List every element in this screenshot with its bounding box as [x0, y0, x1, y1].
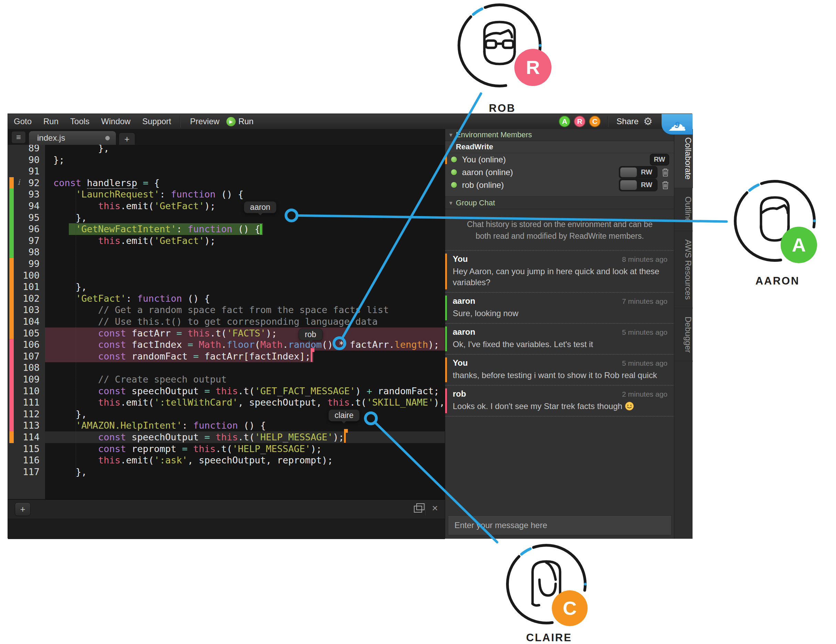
code-line-102: 'GetFact': function () {	[45, 293, 445, 304]
menu-tools[interactable]: Tools	[64, 117, 95, 126]
side-tab-debugger[interactable]: Debugger	[674, 308, 693, 361]
share-button[interactable]: Share	[617, 117, 638, 126]
group-chat-section: ▾ Group Chat Chat history is stored on t…	[445, 197, 674, 539]
run-button[interactable]: ▶ Run	[226, 117, 253, 126]
chat-message: aaron7 minutes agoSure, looking now	[445, 292, 674, 323]
collapse-triangle-icon[interactable]: ▾	[449, 131, 452, 139]
avatar-r[interactable]: R	[574, 116, 586, 127]
gutter-change-mark	[9, 432, 14, 443]
gear-icon[interactable]: ⚙	[643, 116, 653, 127]
open-files-icon[interactable]: ≡	[11, 131, 26, 144]
line-number: 114	[23, 432, 39, 443]
message-author: You	[453, 358, 468, 368]
run-icon: ▶	[226, 117, 236, 126]
line-number: 113	[23, 420, 39, 432]
collab-name-tag-aaron: aaron	[244, 201, 277, 213]
line-number: 115	[23, 443, 39, 455]
message-text: Looks ok. I don't see my Star trek facts…	[453, 401, 668, 412]
gutter-change-mark	[9, 223, 14, 235]
code-editor[interactable]: 89909192i9394959697989910010110210310410…	[8, 145, 445, 499]
trash-icon[interactable]	[661, 181, 669, 190]
message-author: aaron	[453, 296, 475, 306]
trash-icon[interactable]	[661, 168, 669, 177]
gutter-row: 100	[8, 270, 45, 281]
rw-badge[interactable]: RW	[650, 154, 669, 165]
gutter-row: 103	[8, 304, 45, 316]
menu-run[interactable]: Run	[38, 117, 64, 126]
gutter-change-mark	[9, 270, 14, 281]
collapse-triangle-icon[interactable]: ▾	[449, 143, 452, 151]
member-row-you[interactable]: You (online)RW	[445, 153, 674, 166]
code-line-101: },	[45, 281, 445, 293]
code-line-97: this.emit('GetFact');	[45, 235, 445, 247]
screenshot-canvas: GotoRunToolsWindowSupport Preview ▶ Run …	[0, 0, 836, 644]
gutter-change-mark	[9, 281, 14, 293]
gutter-change-mark	[9, 409, 14, 420]
info-icon[interactable]: i	[18, 178, 20, 186]
line-number: 116	[23, 454, 39, 466]
message-timestamp: 7 minutes ago	[622, 297, 668, 306]
chat-history: Chat history is stored on the environmen…	[445, 209, 674, 511]
gutter-row: 109	[8, 374, 45, 385]
cloud9-logo[interactable]: ☁9	[661, 114, 692, 134]
close-panel-icon[interactable]: ×	[432, 502, 438, 514]
new-tab-button[interactable]: +	[119, 132, 135, 145]
code-line-99	[45, 258, 445, 270]
readwrite-header[interactable]: ▾ ReadWrite	[445, 141, 674, 153]
message-text: Hey Aaron, can you jump in here quick an…	[453, 266, 668, 288]
collapse-triangle-icon[interactable]: ▾	[449, 199, 452, 207]
line-number: 99	[28, 258, 39, 270]
member-name: You (online)	[462, 155, 506, 164]
self-color-bar	[445, 155, 447, 164]
code-line-90: };	[45, 154, 445, 166]
code-line-106: const factIndex = Math.floor(Math.random…	[45, 339, 445, 351]
rob-face-icon	[484, 22, 515, 64]
side-tab-aws-resources[interactable]: AWS Resources	[674, 231, 693, 308]
restore-panel-icon[interactable]	[414, 506, 422, 513]
preview-button[interactable]: Preview	[183, 117, 226, 126]
run-button-label: Run	[238, 117, 253, 126]
menu-goto[interactable]: Goto	[8, 117, 38, 126]
chat-message-input[interactable]	[448, 515, 671, 535]
code-area[interactable]: },};const handlersp = { 'LaunchRequest':…	[45, 145, 445, 499]
access-toggle[interactable]: RW	[619, 166, 658, 178]
group-chat-header[interactable]: ▾ Group Chat	[445, 197, 674, 209]
gutter-change-mark	[9, 235, 14, 247]
chat-message: rob2 minutes agoLooks ok. I don't see my…	[445, 385, 674, 417]
author-color-bar	[445, 327, 447, 351]
member-name: rob (online)	[462, 180, 504, 190]
chat-message: You5 minutes agothanks, before testing i…	[445, 354, 674, 385]
member-row-rob[interactable]: rob (online)RW	[445, 178, 674, 191]
gutter-change-mark	[9, 293, 14, 304]
line-number: 89	[28, 145, 39, 154]
gutter-change-mark	[9, 188, 14, 200]
tab-indexjs[interactable]: index.js	[29, 131, 116, 145]
avatar-a[interactable]: A	[559, 116, 570, 127]
member-name: aaron (online)	[462, 168, 513, 177]
code-line-109: // Create speech output	[45, 374, 445, 385]
console-new-tab-button[interactable]: +	[15, 502, 31, 516]
code-line-89: },	[45, 145, 445, 154]
aaron-badge-letter: A	[792, 234, 806, 256]
line-number: 92	[28, 177, 39, 189]
member-row-aaron[interactable]: aaron (online)RW	[445, 166, 674, 178]
gutter-change-mark	[9, 351, 14, 362]
gutter-row: 117	[8, 466, 45, 478]
chat-notice: Chat history is stored on the environmen…	[445, 209, 674, 250]
line-number: 117	[23, 466, 39, 478]
gutter-row: 116	[8, 454, 45, 466]
menu-support[interactable]: Support	[136, 117, 177, 126]
environment-members-header[interactable]: ▾ Environment Members	[445, 129, 674, 141]
collaborator-avatars: ARC	[559, 116, 601, 127]
code-line-93: 'LaunchRequest': function () {	[45, 188, 445, 200]
code-line-98	[45, 246, 445, 258]
code-line-104: // Use this.t() to get corresponding lan…	[45, 316, 445, 327]
access-toggle[interactable]: RW	[619, 179, 658, 191]
menu-window[interactable]: Window	[95, 117, 136, 126]
side-tab-outline[interactable]: Outline	[674, 188, 693, 231]
side-tab-collaborate[interactable]: Collaborate	[674, 129, 693, 188]
code-line-112: },	[45, 409, 445, 420]
avatar-c[interactable]: C	[589, 116, 601, 127]
line-number: 98	[28, 246, 39, 258]
menu-group: GotoRunToolsWindowSupport	[8, 117, 177, 126]
